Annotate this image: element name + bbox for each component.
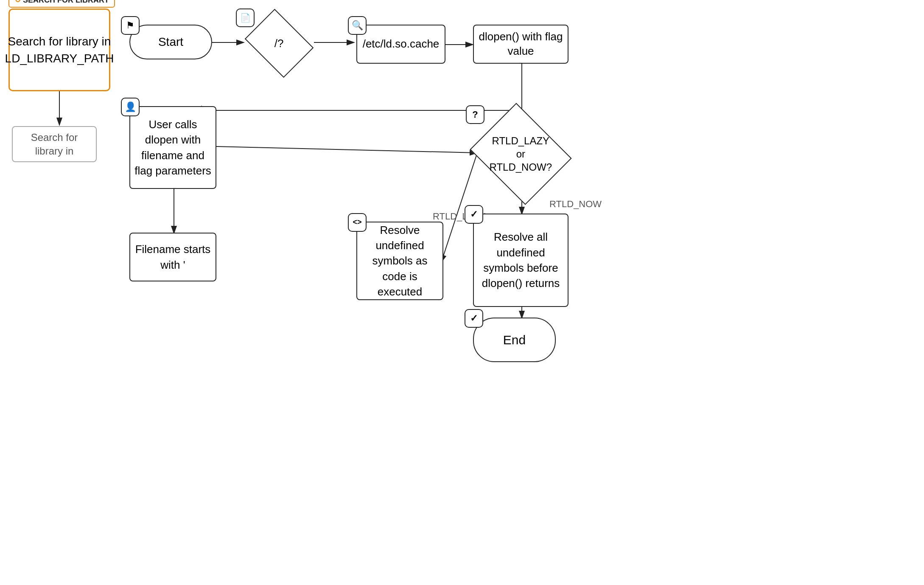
- dlopen-flag-text: dlopen() with flag value: [477, 30, 564, 59]
- filename-starts-text: Filename starts with ': [134, 242, 211, 273]
- etc-cache-node: 🔍 /etc/ld.so.cache: [356, 25, 445, 64]
- check-icon-end: ✓: [465, 309, 483, 328]
- user-calls-text: User calls dlopen with filename and flag…: [134, 117, 211, 179]
- rtld-diamond-text: RTLD_LAZY or RTLD_NOW?: [488, 134, 554, 174]
- selected-node-label: ↻ SEARCH FOR LIBRARY: [8, 0, 115, 8]
- selected-node-text: Search for library in LD_LIBRARY_PATH: [5, 33, 114, 66]
- selected-node[interactable]: ↻ SEARCH FOR LIBRARY Search for library …: [8, 8, 110, 91]
- slash-question-text: /?: [274, 37, 284, 50]
- resolve-now-text: Resolve all undefined symbols before dlo…: [478, 229, 563, 291]
- etc-cache-text: /etc/ld.so.cache: [363, 37, 440, 51]
- person-icon: 👤: [121, 98, 140, 116]
- refresh-icon: ↻: [14, 0, 21, 6]
- filename-starts-node: Filename starts with ': [129, 233, 216, 281]
- slash-question-diamond: 📄 /?: [245, 18, 313, 69]
- search-icon: 🔍: [348, 16, 367, 35]
- question-icon: ?: [466, 105, 484, 124]
- doc-icon: 📄: [236, 8, 255, 27]
- start-label: Start: [158, 35, 183, 49]
- rtld-diamond: ? RTLD_LAZY or RTLD_NOW?: [475, 115, 566, 193]
- rtld-now-label: RTLD_NOW: [549, 199, 602, 210]
- code-icon: <>: [348, 213, 367, 232]
- end-label: End: [503, 333, 526, 347]
- svg-line-8: [216, 146, 477, 153]
- resolve-lazy-text: Resolve undefined symbols as code is exe…: [361, 222, 438, 300]
- start-node: ⚑ Start: [129, 25, 212, 59]
- check-icon-now: ✓: [465, 205, 483, 224]
- resolve-now-node: ✓ Resolve all undefined symbols before d…: [473, 214, 568, 307]
- resolve-lazy-node: <> Resolve undefined symbols as code is …: [356, 222, 443, 300]
- dlopen-flag-node: dlopen() with flag value: [473, 25, 568, 64]
- search-library-in-text: Search for library in: [16, 131, 92, 157]
- flag-icon: ⚑: [121, 16, 140, 35]
- user-calls-node: 👤 User calls dlopen with filename and fl…: [129, 106, 216, 189]
- end-node: ✓ End: [473, 318, 556, 362]
- search-library-in-node: Search for library in: [12, 126, 97, 162]
